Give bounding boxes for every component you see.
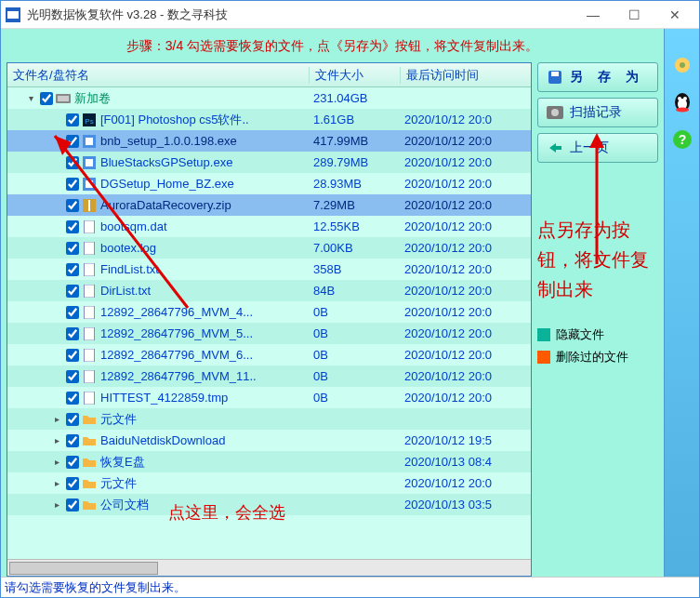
row-checkbox[interactable] xyxy=(66,199,79,212)
expand-toggle[interactable]: ▸ xyxy=(50,478,63,488)
save-as-label: 另 存 为 xyxy=(570,69,644,86)
table-row[interactable]: DirList.txt84B2020/10/12 20:0 xyxy=(7,280,531,301)
svg-rect-1 xyxy=(7,11,19,19)
status-text: 请勾选需要恢复的文件复制出来。 xyxy=(5,579,186,596)
table-row[interactable]: bootsqm.dat12.55KB2020/10/12 20:0 xyxy=(7,216,531,237)
file-date: 2020/10/12 20:0 xyxy=(401,326,531,340)
minimize-button[interactable]: — xyxy=(573,2,614,28)
expand-toggle[interactable]: ▸ xyxy=(50,457,63,467)
table-row[interactable]: ▸恢复E盘2020/10/13 08:4 xyxy=(7,451,531,472)
file-size: 7.29MB xyxy=(310,198,401,212)
file-size: 0B xyxy=(310,369,401,383)
row-checkbox[interactable] xyxy=(66,413,79,426)
expand-toggle[interactable]: ▸ xyxy=(50,414,63,424)
row-checkbox[interactable] xyxy=(66,178,79,191)
file-name: HITTEST_4122859.tmp xyxy=(100,391,310,405)
file-name: 12892_28647796_MVM_4... xyxy=(100,305,310,319)
scan-log-button[interactable]: 扫描记录 xyxy=(537,98,658,127)
row-checkbox[interactable] xyxy=(66,285,79,298)
file-rows: ▾新加卷231.04GBPs[F001] Photoshop cs5软件..1.… xyxy=(7,87,531,559)
row-checkbox[interactable] xyxy=(66,370,79,383)
table-row[interactable]: AuroraDataRecovery.zip7.29MB2020/10/12 2… xyxy=(7,194,531,216)
close-button[interactable]: ✕ xyxy=(654,2,695,28)
table-row[interactable]: DGSetup_Home_BZ.exe28.93MB2020/10/12 20:… xyxy=(7,173,531,194)
file-date: 2020/10/12 20:0 xyxy=(401,134,531,148)
row-checkbox[interactable] xyxy=(66,349,79,362)
right-tool-strip: ? xyxy=(664,29,699,577)
file-date: 2020/10/12 20:0 xyxy=(401,391,531,405)
help-icon[interactable]: ? xyxy=(670,127,694,152)
file-name: BaiduNetdiskDownload xyxy=(100,433,310,447)
svg-rect-27 xyxy=(555,146,561,150)
drive-icon xyxy=(56,92,71,105)
table-row[interactable]: ▸BaiduNetdiskDownload2020/10/12 19:5 xyxy=(7,430,531,451)
svg-rect-22 xyxy=(85,392,95,405)
file-date: 2020/10/12 20:0 xyxy=(401,348,531,362)
table-row[interactable]: FindList.txt358B2020/10/12 20:0 xyxy=(7,259,531,280)
file-date: 2020/10/12 20:0 xyxy=(401,262,531,276)
file-icon xyxy=(82,392,97,405)
save-icon xyxy=(546,68,564,86)
row-checkbox[interactable] xyxy=(40,92,53,105)
table-row[interactable]: bnb_setup_1.0.0.198.exe417.99MB2020/10/1… xyxy=(7,130,531,152)
row-checkbox[interactable] xyxy=(66,113,79,126)
legend-deleted: 删除过的文件 xyxy=(537,349,658,365)
table-row[interactable]: BlueStacksGPSetup.exe289.79MB2020/10/12 … xyxy=(7,152,531,173)
col-date[interactable]: 最后访问时间 xyxy=(401,67,531,84)
table-row[interactable]: ▸公司文档2020/10/13 03:5 xyxy=(7,494,531,515)
expand-toggle[interactable]: ▾ xyxy=(24,93,37,103)
table-row[interactable]: 12892_28647796_MVM_6...0B2020/10/12 20:0 xyxy=(7,344,531,365)
file-date: 2020/10/12 20:0 xyxy=(401,177,531,191)
expand-toggle[interactable]: ▸ xyxy=(50,435,63,445)
row-checkbox[interactable] xyxy=(66,306,79,319)
table-row[interactable]: ▸元文件 xyxy=(7,408,531,430)
row-checkbox[interactable] xyxy=(66,456,79,469)
row-checkbox[interactable] xyxy=(66,498,79,512)
row-checkbox[interactable] xyxy=(66,242,79,255)
save-as-button[interactable]: 另 存 为 xyxy=(537,62,658,92)
folder-icon xyxy=(82,477,97,490)
table-row[interactable]: 12892_28647796_MVM_4...0B2020/10/12 20:0 xyxy=(7,301,531,323)
table-row[interactable]: Ps[F001] Photoshop cs5软件..1.61GB2020/10/… xyxy=(7,109,531,130)
folder-icon xyxy=(82,498,97,512)
file-size: 417.99MB xyxy=(310,134,401,148)
table-row[interactable]: 12892_28647796_MVM_11..0B2020/10/12 20:0 xyxy=(7,365,531,387)
row-checkbox[interactable] xyxy=(66,135,79,148)
table-row[interactable]: 12892_28647796_MVM_5...0B2020/10/12 20:0 xyxy=(7,323,531,344)
file-size: 0B xyxy=(310,305,401,319)
file-size: 12.55KB xyxy=(310,219,401,233)
arrow-left-icon xyxy=(546,139,564,157)
table-row[interactable]: ▾新加卷231.04GB xyxy=(7,87,531,109)
qq-icon[interactable] xyxy=(670,90,694,114)
table-row[interactable]: ▸元文件2020/10/12 20:0 xyxy=(7,472,531,494)
row-checkbox[interactable] xyxy=(66,220,79,233)
svg-rect-9 xyxy=(86,159,93,166)
col-size[interactable]: 文件大小 xyxy=(310,67,401,84)
file-size: 0B xyxy=(310,348,401,362)
horizontal-scrollbar[interactable] xyxy=(7,559,531,576)
file-icon xyxy=(82,242,97,255)
window-title: 光明数据恢复软件 v3.28 - 数之寻科技 xyxy=(27,7,573,23)
main-pane: 步骤：3/4 勾选需要恢复的文件，点《另存为》按钮，将文件复制出来。 文件名/盘… xyxy=(1,29,664,577)
maximize-button[interactable]: ☐ xyxy=(614,2,654,28)
row-checkbox[interactable] xyxy=(66,434,79,447)
table-row[interactable]: HITTEST_4122859.tmp0B2020/10/12 20:0 xyxy=(7,387,531,408)
row-checkbox[interactable] xyxy=(66,327,79,340)
exe-icon xyxy=(82,178,97,191)
prev-page-label: 上一页 xyxy=(570,140,609,156)
prev-page-button[interactable]: 上一页 xyxy=(537,133,658,163)
expand-toggle[interactable]: ▸ xyxy=(50,499,63,510)
file-date: 2020/10/12 20:0 xyxy=(401,284,531,298)
col-name[interactable]: 文件名/盘符名 xyxy=(7,67,310,84)
row-checkbox[interactable] xyxy=(66,392,79,405)
svg-rect-13 xyxy=(88,200,90,211)
zip-icon xyxy=(82,199,97,212)
file-date: 2020/10/12 20:0 xyxy=(401,241,531,255)
gear-icon[interactable] xyxy=(670,53,694,77)
row-checkbox[interactable] xyxy=(66,477,79,490)
row-checkbox[interactable] xyxy=(66,156,79,169)
file-name: [F001] Photoshop cs5软件.. xyxy=(100,112,310,128)
file-date: 2020/10/12 20:0 xyxy=(401,198,531,212)
row-checkbox[interactable] xyxy=(66,263,79,276)
table-row[interactable]: bootex.log7.00KB2020/10/12 20:0 xyxy=(7,237,531,259)
